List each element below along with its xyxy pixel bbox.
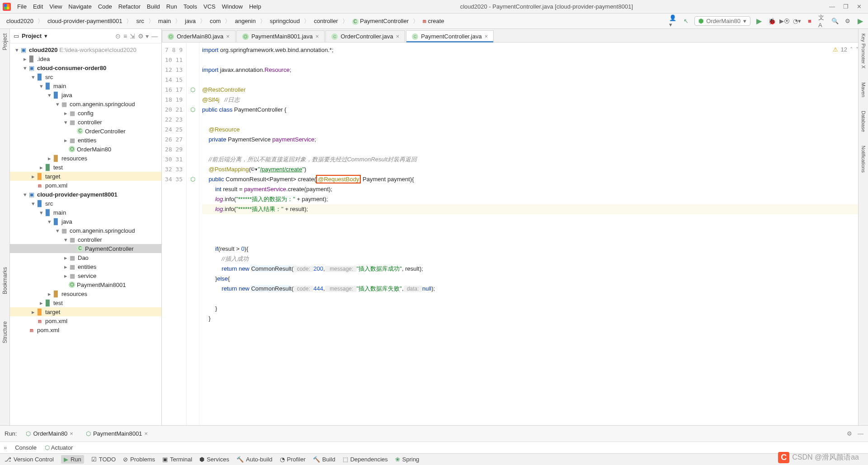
run-subtab-console[interactable]: Console — [15, 444, 37, 451]
left-tool-strip: Project Bookmarks Structure — [0, 29, 10, 425]
bottom-toolbar: ⎇ Version Control ▶Run ☑ TODO ⊘ Problems… — [0, 453, 868, 465]
close-tab-icon[interactable]: × — [226, 33, 230, 40]
tab-paymentmain8001[interactable]: ⬡PaymentMain8001.java× — [236, 30, 325, 42]
menu-vcs[interactable]: VCS — [201, 1, 218, 12]
bt-run[interactable]: ▶Run — [61, 455, 84, 464]
run-tab-paymentmain8001[interactable]: ⬡PaymentMain8001× — [82, 429, 151, 438]
select-opened-file-icon[interactable]: ⊙ — [115, 33, 121, 40]
gutter-spring-icon[interactable]: ⬡ — [187, 174, 199, 184]
csdn-logo-icon: C — [778, 452, 789, 463]
left-tab-structure[interactable]: Structure — [2, 321, 8, 343]
bt-services[interactable]: ⬢ Services — [199, 456, 229, 463]
stop-icon[interactable]: ■ — [806, 17, 814, 25]
crumb-module[interactable]: cloud-provider-payment8001 — [46, 17, 124, 25]
menu-edit[interactable]: Edit — [30, 1, 46, 12]
maximize-icon[interactable]: ❐ — [843, 3, 849, 10]
bt-todo[interactable]: ☑ TODO — [91, 456, 116, 463]
hide-panel-icon[interactable]: — — [151, 33, 158, 40]
run-tab-ordermain80[interactable]: ⬡OrderMain80× — [22, 429, 76, 438]
run-toolwindow-header: Run: ⬡OrderMain80× ⬡PaymentMain8001× ⚙ — — [0, 425, 868, 442]
tree-item-paymentcontroller[interactable]: CPaymentController — [10, 244, 161, 253]
close-tab-icon[interactable]: × — [316, 33, 319, 40]
inspections-widget[interactable]: ⚠12 ˄ ˅ — [830, 45, 862, 54]
crumb-java[interactable]: java — [183, 17, 198, 25]
project-view-label[interactable]: Project — [22, 33, 42, 39]
run-settings-icon[interactable]: ⚙ — [847, 430, 852, 437]
add-user-icon[interactable]: 👤▾ — [669, 17, 677, 25]
right-tab-database[interactable]: Database — [861, 111, 866, 132]
back-icon[interactable]: ↖ — [682, 17, 690, 25]
menu-navigate[interactable]: Navigate — [66, 1, 94, 12]
tab-ordercontroller[interactable]: COrderController.java× — [326, 30, 405, 42]
right-tab-key-promoter[interactable]: Key Promoter X — [861, 33, 866, 69]
close-icon[interactable]: ✕ — [857, 3, 862, 10]
prev-highlight-icon[interactable]: ˄ — [850, 46, 853, 53]
nav-toolbar: cloud2020〉 cloud-provider-payment8001〉 s… — [0, 14, 868, 29]
menu-code[interactable]: Code — [95, 1, 115, 12]
left-tab-project[interactable]: Project — [2, 33, 8, 50]
close-tab-icon[interactable]: × — [396, 33, 400, 40]
run-hide-icon[interactable]: — — [858, 430, 863, 437]
bt-terminal[interactable]: ▣ Terminal — [162, 456, 192, 463]
chevron-down-icon: ▾ — [743, 18, 746, 24]
right-tool-strip: Key Promoter X Maven Database Notificati… — [858, 29, 868, 425]
panel-settings-icon[interactable]: ⚙ ▾ — [138, 33, 149, 40]
translate-icon[interactable]: 文A — [818, 17, 826, 25]
breadcrumb: cloud2020〉 cloud-provider-payment8001〉 s… — [5, 17, 446, 26]
bt-dependencies[interactable]: ⬚ Dependencies — [343, 456, 388, 463]
tab-ordermain80[interactable]: ⬡OrderMain80.java× — [162, 30, 236, 42]
menu-run[interactable]: Run — [164, 1, 180, 12]
crumb-angenin[interactable]: angenin — [233, 17, 257, 25]
menu-tools[interactable]: Tools — [181, 1, 200, 12]
gutter-spring-icon[interactable]: ⬡ — [187, 85, 199, 95]
crumb-class[interactable]: C PaymentController — [350, 17, 410, 26]
crumb-src[interactable]: src — [134, 17, 146, 25]
run-subtabs: » Console ⬡ Actuator — [0, 442, 868, 453]
project-view-icon[interactable]: ▭ — [14, 33, 19, 39]
crumb-springcloud[interactable]: springcloud — [268, 17, 302, 25]
crumb-main[interactable]: main — [156, 17, 173, 25]
crumb-com[interactable]: com — [208, 17, 223, 25]
right-tab-notifications[interactable]: Notifications — [861, 146, 866, 173]
run-subtab-actuator[interactable]: ⬡ Actuator — [45, 444, 73, 451]
crumb-controller[interactable]: controller — [312, 17, 340, 25]
expand-all-icon[interactable]: ≡ — [123, 33, 127, 40]
right-tab-maven[interactable]: Maven — [861, 82, 866, 97]
menu-bar: File Edit View Navigate Code Refactor Bu… — [0, 0, 868, 14]
menu-build[interactable]: Build — [144, 1, 163, 12]
run-icon[interactable]: ▶ — [755, 17, 763, 25]
minimize-icon[interactable]: — — [829, 3, 835, 10]
run-config-selector[interactable]: ⬢ OrderMain80 ▾ — [694, 16, 750, 26]
coverage-icon[interactable]: ▶⦿ — [780, 17, 788, 25]
profile-icon[interactable]: ◔▾ — [793, 17, 801, 25]
watermark-text: CSDN @滑风颜语aa — [792, 453, 859, 462]
app-logo-icon — [3, 3, 11, 11]
bt-spring[interactable]: ❀ Spring — [395, 456, 420, 463]
menu-view[interactable]: View — [47, 1, 65, 12]
chevron-down-icon[interactable]: ▾ — [44, 33, 47, 39]
code-content[interactable]: import org.springframework.web.bind.anno… — [199, 42, 868, 425]
execute-icon[interactable]: ▶ — [856, 17, 864, 25]
collapse-all-icon[interactable]: ⇲ — [130, 33, 135, 40]
bt-problems[interactable]: ⊘ Problems — [123, 456, 155, 463]
menu-window[interactable]: Window — [219, 1, 245, 12]
tab-paymentcontroller[interactable]: CPaymentController.java× — [406, 30, 494, 42]
close-tab-icon[interactable]: × — [485, 33, 488, 40]
bt-profiler[interactable]: ◔ Profiler — [280, 456, 306, 463]
settings-icon[interactable]: ⚙ — [844, 17, 852, 25]
crumb-cloud2020[interactable]: cloud2020 — [5, 17, 35, 25]
code-editor[interactable]: 7 8 9 10 11 12 13 14 15 16 17 18 19 20 2… — [162, 42, 868, 425]
bt-version-control[interactable]: ⎇ Version Control — [5, 456, 54, 463]
search-icon[interactable]: 🔍 — [831, 17, 839, 25]
run-subtab-expand-icon[interactable]: » — [4, 444, 7, 451]
left-tab-bookmarks[interactable]: Bookmarks — [2, 267, 8, 294]
debug-icon[interactable]: 🐞 — [768, 17, 776, 25]
menu-refactor[interactable]: Refactor — [116, 1, 143, 12]
bt-build[interactable]: 🔨 Build — [313, 456, 335, 463]
menu-help[interactable]: Help — [246, 1, 264, 12]
menu-file[interactable]: File — [14, 1, 29, 12]
gutter-spring-icon[interactable]: ⬡ — [187, 105, 199, 115]
bt-auto-build[interactable]: 🔨 Auto-build — [236, 456, 273, 463]
crumb-method[interactable]: m create — [421, 17, 446, 25]
project-tree[interactable]: ▾▣cloud2020 E:\idea-workspace\cloud2020 … — [10, 43, 161, 425]
